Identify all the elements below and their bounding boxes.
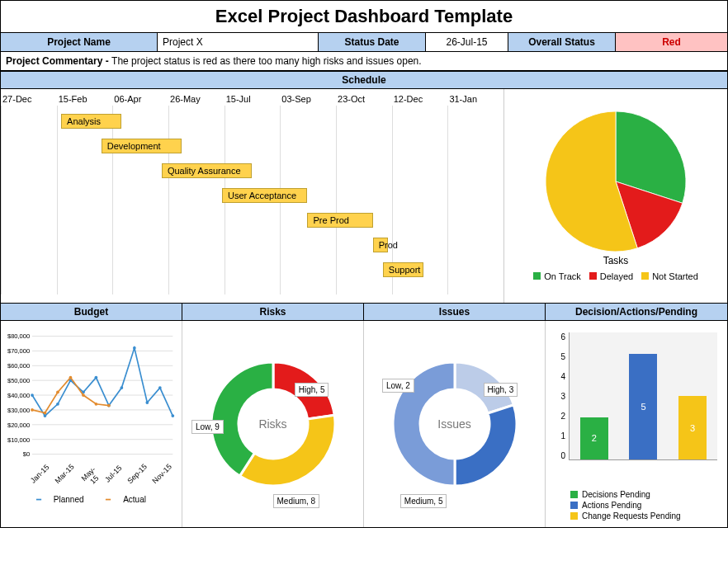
dap-bar[interactable]: 3 <box>678 396 707 459</box>
svg-point-28 <box>158 386 162 389</box>
svg-text:$60,000: $60,000 <box>7 362 30 370</box>
gantt-bar[interactable]: Development <box>102 139 182 153</box>
issues-panel: Issues Low, 2High, 3Medium, 5 <box>364 321 546 527</box>
donut-label: High, 5 <box>295 383 329 397</box>
schedule-body: 27-Dec15-Feb06-Apr26-May15-Jul03-Sep23-O… <box>1 89 727 304</box>
svg-point-19 <box>44 414 47 417</box>
bottom-body: $0$10,000$20,000$30,000$40,000$50,000$60… <box>1 321 727 527</box>
risks-panel: Risks High, 5Low, 9Medium, 8 <box>182 321 364 527</box>
status-date-value[interactable]: 26-Jul-15 <box>426 33 508 52</box>
dap-legend: Decisions PendingActions PendingChange R… <box>551 485 722 522</box>
gantt-bar[interactable]: Prod <box>373 238 388 252</box>
gantt-tick: 15-Feb <box>57 94 113 104</box>
budget-chart: $0$10,000$20,000$30,000$40,000$50,000$60… <box>6 326 177 466</box>
dap-panel: 0123456 253 Decisions PendingActions Pen… <box>546 321 727 527</box>
issues-header: Issues <box>364 304 546 320</box>
svg-text:$70,000: $70,000 <box>7 347 30 355</box>
commentary-label: Project Commentary - <box>6 55 111 67</box>
donut-label: Low, 2 <box>382 379 414 393</box>
svg-point-26 <box>133 346 136 350</box>
legend-item: Actions Pending <box>570 501 722 510</box>
status-date-label: Status Date <box>319 33 426 52</box>
svg-text:$80,000: $80,000 <box>7 332 30 340</box>
svg-text:$50,000: $50,000 <box>7 377 30 384</box>
svg-point-34 <box>82 393 85 397</box>
gantt-bar[interactable]: Support <box>383 262 423 277</box>
svg-point-30 <box>31 408 34 412</box>
svg-point-18 <box>31 393 34 397</box>
legend-item: Decisions Pending <box>570 490 722 499</box>
svg-point-20 <box>56 403 59 406</box>
svg-point-25 <box>120 386 123 389</box>
dap-bar[interactable]: 2 <box>580 417 608 459</box>
dap-bar[interactable]: 5 <box>629 354 657 459</box>
gantt-bar[interactable]: Quality Assurance <box>162 163 253 178</box>
tasks-pie-legend: On TrackDelayedNot Started <box>533 271 698 281</box>
legend-planned: Planned <box>54 495 84 504</box>
gantt-tick: 15-Jul <box>225 94 281 104</box>
svg-point-33 <box>69 376 73 379</box>
legend-item: Delayed <box>589 271 633 281</box>
page-title: Excel Project Dashboard Template <box>1 1 727 33</box>
svg-point-32 <box>56 391 59 394</box>
gantt-tick: 23-Oct <box>336 94 392 104</box>
tasks-pie <box>546 111 686 252</box>
gantt-tick: 26-May <box>168 94 225 104</box>
budget-panel: $0$10,000$20,000$30,000$40,000$50,000$60… <box>1 321 182 527</box>
project-name-label: Project Name <box>1 33 158 52</box>
donut-label: Medium, 5 <box>400 494 447 508</box>
gantt-bar[interactable]: Analysis <box>61 114 121 129</box>
schedule-header: Schedule <box>1 71 727 89</box>
dashboard: Excel Project Dashboard Template Project… <box>0 0 728 528</box>
bottom-headers: Budget Risks Issues Decision/Actions/Pen… <box>1 304 727 321</box>
project-name-value[interactable]: Project X <box>158 33 319 52</box>
tasks-pie-title: Tasks <box>603 255 629 266</box>
gantt-tick: 31-Jan <box>447 94 503 104</box>
commentary: Project Commentary - The project status … <box>1 52 727 71</box>
issues-center: Issues <box>437 417 470 431</box>
commentary-text: The project status is red as there too m… <box>111 55 422 67</box>
svg-point-35 <box>95 403 98 406</box>
svg-point-23 <box>95 376 98 379</box>
gantt-tick: 27-Dec <box>1 94 57 104</box>
dap-header: Decision/Actions/Pending <box>546 304 727 320</box>
overall-status-label: Overall Status <box>508 33 616 52</box>
svg-point-29 <box>171 414 174 417</box>
donut-label: Medium, 8 <box>273 494 320 508</box>
gantt-chart: 27-Dec15-Feb06-Apr26-May15-Jul03-Sep23-O… <box>1 89 504 303</box>
budget-header: Budget <box>1 304 182 320</box>
legend-item: On Track <box>533 271 581 281</box>
gantt-bar[interactable]: Pre Prod <box>307 213 372 228</box>
svg-point-31 <box>44 412 47 415</box>
svg-text:$10,000: $10,000 <box>7 436 30 444</box>
svg-point-36 <box>107 404 111 407</box>
gantt-tick: 12-Dec <box>392 94 448 104</box>
legend-item: Not Started <box>641 271 698 281</box>
risks-header: Risks <box>182 304 364 320</box>
donut-label: Low, 9 <box>191 420 224 434</box>
donut-label: High, 3 <box>484 383 518 397</box>
tasks-pie-panel: Tasks On TrackDelayedNot Started <box>504 89 727 303</box>
svg-text:$20,000: $20,000 <box>7 422 30 429</box>
dap-chart: 0123456 253 <box>551 326 722 485</box>
svg-point-27 <box>145 401 149 404</box>
svg-text:$40,000: $40,000 <box>7 392 30 399</box>
legend-item: Change Requests Pending <box>570 511 722 521</box>
overall-status-value: Red <box>616 33 727 52</box>
gantt-tick: 06-Apr <box>112 94 168 104</box>
legend-actual: Actual <box>123 495 146 504</box>
header-row: Project Name Project X Status Date 26-Ju… <box>1 33 727 52</box>
budget-legend: ━ Planned ━ Actual <box>6 495 177 504</box>
risks-center: Risks <box>258 417 286 431</box>
svg-text:$30,000: $30,000 <box>7 407 30 414</box>
svg-text:$0: $0 <box>23 450 30 458</box>
gantt-bar[interactable]: User Acceptance <box>222 188 308 203</box>
gantt-tick: 03-Sep <box>280 94 336 104</box>
